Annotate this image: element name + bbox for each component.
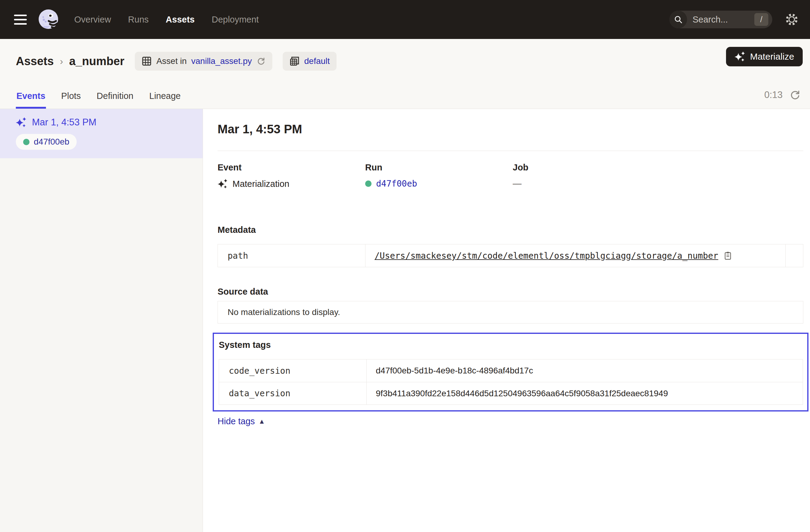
metadata-key: path: [218, 244, 366, 267]
system-tag-key: code_version: [219, 359, 367, 382]
tab-events[interactable]: Events: [16, 91, 46, 109]
events-sidebar: Mar 1, 4:53 PM d47f00eb: [0, 109, 203, 532]
event-type-value: Materialization: [232, 179, 289, 189]
tab-definition[interactable]: Definition: [96, 91, 134, 109]
system-tags-table: code_version d47f00eb-5d1b-4e9e-b18c-489…: [219, 359, 803, 405]
hide-tags-link[interactable]: Hide tags ▲: [217, 416, 265, 426]
tab-lineage[interactable]: Lineage: [149, 91, 181, 109]
breadcrumb-assets[interactable]: Assets: [16, 55, 54, 68]
job-column-label: Job: [513, 162, 803, 173]
nav-item-runs[interactable]: Runs: [128, 15, 149, 25]
event-list-item-selected[interactable]: Mar 1, 4:53 PM d47f00eb: [0, 109, 202, 158]
page-title: a_number: [69, 55, 125, 68]
breadcrumb-separator-icon: ›: [60, 56, 63, 67]
repo-grid-icon: [289, 56, 300, 66]
materialization-sparkle-icon: [16, 117, 27, 128]
run-id-pill[interactable]: d47f00eb: [16, 134, 77, 150]
copy-icon[interactable]: [724, 251, 732, 260]
top-nav: Overview Runs Assets Deployment /: [0, 0, 810, 39]
asset-grid-icon: [142, 56, 152, 66]
job-empty-value: —: [513, 179, 803, 189]
materialize-button[interactable]: Materialize: [726, 47, 803, 66]
dagster-logo-icon[interactable]: [36, 7, 60, 31]
reload-code-location-icon[interactable]: [257, 57, 266, 66]
metadata-table: path /Users/smackesey/stm/code/elementl/…: [217, 244, 803, 267]
system-tags-highlight: System tags code_version d47f00eb-5d1b-4…: [213, 333, 809, 412]
search-box[interactable]: /: [669, 11, 772, 28]
system-tag-value: d47f00eb-5d1b-4e9e-b18c-4896af4bd17c: [367, 359, 803, 382]
metadata-heading: Metadata: [217, 225, 803, 235]
source-data-empty-message: No materializations to display.: [228, 307, 340, 317]
run-column-label: Run: [365, 162, 513, 173]
refresh-timer: 0:13: [764, 89, 801, 101]
run-status-dot: [23, 139, 30, 145]
table-row: path /Users/smackesey/stm/code/elementl/…: [218, 244, 803, 267]
nav-item-deployment[interactable]: Deployment: [212, 15, 259, 25]
tab-plots[interactable]: Plots: [61, 91, 81, 109]
event-detail-panel: Mar 1, 4:53 PM Event Materialization Run: [203, 109, 810, 532]
search-icon: [669, 11, 687, 28]
repo-default-link[interactable]: default: [304, 56, 330, 66]
table-row: code_version d47f00eb-5d1b-4e9e-b18c-489…: [219, 359, 803, 382]
system-tags-heading: System tags: [219, 340, 804, 350]
asset-tabs: Events Plots Definition Lineage: [16, 91, 181, 109]
primary-nav: Overview Runs Assets Deployment: [74, 15, 259, 25]
system-tag-value: 9f3b411a390fd22e158d446d5d12504963596aa6…: [367, 382, 803, 404]
refresh-icon[interactable]: [789, 89, 801, 101]
search-input[interactable]: [692, 14, 754, 25]
system-tag-key: data_version: [219, 382, 367, 404]
run-id-link[interactable]: d47f00eb: [376, 179, 417, 189]
sparkle-icon: [734, 51, 745, 62]
source-data-empty-box: No materializations to display.: [217, 301, 803, 323]
run-status-dot: [365, 180, 372, 187]
divider: [217, 151, 803, 151]
repository-badge: default: [283, 52, 337, 70]
materialization-sparkle-icon: [217, 179, 228, 189]
asset-header: Assets › a_number Asset in vanilla_asset…: [0, 39, 810, 109]
event-detail-title: Mar 1, 4:53 PM: [217, 122, 803, 136]
settings-gear-icon[interactable]: [785, 13, 798, 26]
breadcrumb: Assets › a_number Asset in vanilla_asset…: [0, 39, 810, 70]
refresh-countdown: 0:13: [764, 90, 783, 100]
search-shortcut-key: /: [754, 13, 768, 26]
run-id-label: d47f00eb: [34, 137, 69, 147]
metadata-path-link[interactable]: /Users/smackesey/stm/code/elementl/oss/t…: [375, 251, 718, 261]
asset-definition-badge: Asset in vanilla_asset.py: [135, 52, 272, 70]
metadata-action-cell: [785, 244, 803, 267]
asset-file-link[interactable]: vanilla_asset.py: [191, 56, 252, 66]
menu-icon[interactable]: [14, 15, 27, 25]
asset-badge-prefix: Asset in: [157, 56, 187, 66]
source-data-heading: Source data: [217, 287, 803, 297]
hide-tags-label: Hide tags: [217, 416, 255, 426]
nav-item-overview[interactable]: Overview: [74, 15, 111, 25]
table-row: data_version 9f3b411a390fd22e158d446d5d1…: [219, 382, 803, 404]
nav-item-assets[interactable]: Assets: [166, 15, 195, 25]
event-timestamp-link[interactable]: Mar 1, 4:53 PM: [32, 117, 96, 128]
materialize-label: Materialize: [750, 51, 794, 62]
chevron-up-icon: ▲: [259, 418, 265, 425]
event-column-label: Event: [217, 162, 365, 173]
